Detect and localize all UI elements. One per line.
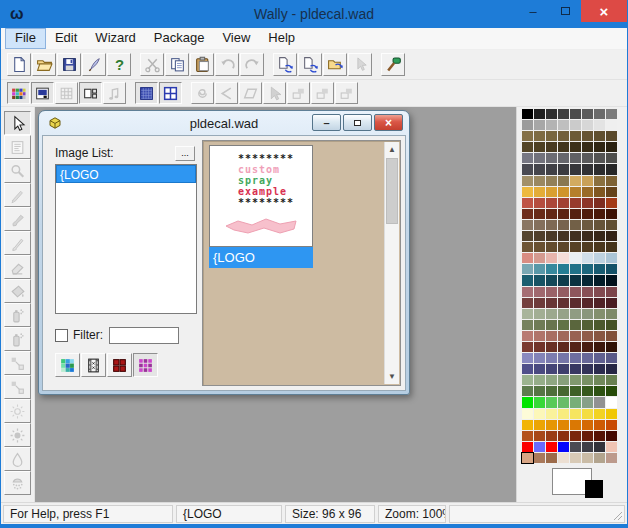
palette-swatch[interactable] bbox=[570, 153, 581, 163]
foreground-color-box[interactable] bbox=[585, 480, 603, 498]
batch-import-button[interactable] bbox=[298, 53, 322, 76]
palette-swatch[interactable] bbox=[582, 109, 593, 119]
palette-swatch[interactable] bbox=[522, 231, 533, 241]
palette-view-button[interactable] bbox=[7, 82, 30, 104]
select-file-button[interactable] bbox=[348, 53, 372, 76]
palette-swatch[interactable] bbox=[558, 409, 569, 419]
blur-tool-button[interactable] bbox=[4, 447, 31, 471]
palette-swatch[interactable] bbox=[570, 453, 581, 463]
palette-swatch[interactable] bbox=[546, 386, 557, 396]
palette-swatch[interactable] bbox=[534, 231, 545, 241]
palette-swatch[interactable] bbox=[582, 364, 593, 374]
palette-swatch[interactable] bbox=[522, 375, 533, 385]
palette-swatch[interactable] bbox=[606, 242, 617, 252]
view-filmstrip-button[interactable] bbox=[81, 353, 106, 377]
palette-swatch[interactable] bbox=[534, 353, 545, 363]
grid-view-button[interactable] bbox=[55, 82, 78, 104]
cascade-windows-button[interactable] bbox=[287, 82, 310, 104]
texture-browse-pane[interactable]: ********customsprayexample******** {LOGO… bbox=[202, 140, 401, 386]
palette-swatch[interactable] bbox=[582, 275, 593, 285]
palette-swatch[interactable] bbox=[558, 420, 569, 430]
palette-swatch[interactable] bbox=[558, 298, 569, 308]
palette-swatch[interactable] bbox=[558, 164, 569, 174]
palette-swatch[interactable] bbox=[606, 353, 617, 363]
palette-swatch[interactable] bbox=[522, 187, 533, 197]
palette-swatch[interactable] bbox=[582, 353, 593, 363]
palette-swatch[interactable] bbox=[594, 364, 605, 374]
child-restore-button[interactable] bbox=[343, 114, 372, 131]
menu-item-view[interactable]: View bbox=[213, 28, 259, 49]
palette-swatch[interactable] bbox=[570, 287, 581, 297]
palette-swatch[interactable] bbox=[594, 120, 605, 130]
palette-swatch[interactable] bbox=[606, 176, 617, 186]
palette-swatch[interactable] bbox=[570, 409, 581, 419]
palette-swatch[interactable] bbox=[570, 264, 581, 274]
browse-view-button[interactable] bbox=[79, 82, 102, 104]
palette-swatch[interactable] bbox=[570, 164, 581, 174]
palette-swatch[interactable] bbox=[558, 142, 569, 152]
palette-swatch[interactable] bbox=[570, 298, 581, 308]
palette-swatch[interactable] bbox=[522, 264, 533, 274]
palette-swatch[interactable] bbox=[570, 176, 581, 186]
palette-swatch[interactable] bbox=[534, 264, 545, 274]
palette-swatch[interactable] bbox=[522, 176, 533, 186]
redo-button[interactable] bbox=[240, 53, 264, 76]
palette-swatch[interactable] bbox=[546, 409, 557, 419]
text-tool-button[interactable] bbox=[4, 135, 31, 159]
palette-swatch[interactable] bbox=[558, 386, 569, 396]
palette-swatch[interactable] bbox=[606, 209, 617, 219]
palette-swatch[interactable] bbox=[606, 442, 617, 452]
palette-swatch[interactable] bbox=[546, 220, 557, 230]
palette-swatch[interactable] bbox=[522, 342, 533, 352]
save-button[interactable] bbox=[57, 53, 81, 76]
palette-swatch[interactable] bbox=[594, 442, 605, 452]
palette-swatch[interactable] bbox=[558, 198, 569, 208]
palette-swatch[interactable] bbox=[594, 264, 605, 274]
grow-tool-button[interactable] bbox=[4, 375, 31, 399]
palette-swatch[interactable] bbox=[594, 386, 605, 396]
resize-grip-icon[interactable] bbox=[611, 509, 623, 521]
view-small-grid-button[interactable] bbox=[133, 353, 158, 377]
menu-item-file[interactable]: File bbox=[5, 28, 46, 49]
palette-swatch[interactable] bbox=[594, 342, 605, 352]
palette-swatch[interactable] bbox=[522, 131, 533, 141]
palette-swatch[interactable] bbox=[606, 142, 617, 152]
palette-swatch[interactable] bbox=[534, 342, 545, 352]
palette-swatch[interactable] bbox=[594, 298, 605, 308]
palette-swatch[interactable] bbox=[522, 253, 533, 263]
pen-tool-button[interactable] bbox=[4, 183, 31, 207]
palette-swatch[interactable] bbox=[534, 287, 545, 297]
palette-swatch[interactable] bbox=[606, 120, 617, 130]
palette-swatch[interactable] bbox=[594, 320, 605, 330]
preview-scrollbar[interactable]: ▲ ▼ bbox=[384, 142, 399, 384]
palette-swatch[interactable] bbox=[570, 275, 581, 285]
palette-swatch[interactable] bbox=[558, 153, 569, 163]
palette-swatch[interactable] bbox=[546, 420, 557, 430]
palette-swatch[interactable] bbox=[522, 309, 533, 319]
child-minimize-button[interactable]: – bbox=[312, 114, 341, 131]
palette-swatch[interactable] bbox=[534, 164, 545, 174]
palette-swatch[interactable] bbox=[582, 120, 593, 130]
palette-swatch[interactable] bbox=[546, 397, 557, 407]
palette-swatch[interactable] bbox=[594, 242, 605, 252]
palette-swatch[interactable] bbox=[606, 420, 617, 430]
palette-swatch[interactable] bbox=[558, 264, 569, 274]
palette-swatch[interactable] bbox=[558, 275, 569, 285]
palette-swatch[interactable] bbox=[606, 298, 617, 308]
palette-swatch[interactable] bbox=[522, 364, 533, 374]
palette-swatch[interactable] bbox=[582, 442, 593, 452]
palette-swatch[interactable] bbox=[606, 287, 617, 297]
select-tool-button[interactable] bbox=[4, 111, 31, 135]
palette-swatch[interactable] bbox=[558, 209, 569, 219]
palette-swatch[interactable] bbox=[594, 131, 605, 141]
scrollbar-thumb[interactable] bbox=[386, 158, 398, 224]
palette-swatch[interactable] bbox=[594, 164, 605, 174]
palette-swatch[interactable] bbox=[594, 220, 605, 230]
palette-swatch[interactable] bbox=[594, 275, 605, 285]
zoom-tool-button[interactable] bbox=[4, 159, 31, 183]
palette-swatch[interactable] bbox=[606, 409, 617, 419]
palette-swatch[interactable] bbox=[522, 331, 533, 341]
open-button[interactable] bbox=[32, 53, 56, 76]
palette-swatch[interactable] bbox=[558, 353, 569, 363]
palette-swatch[interactable] bbox=[582, 164, 593, 174]
